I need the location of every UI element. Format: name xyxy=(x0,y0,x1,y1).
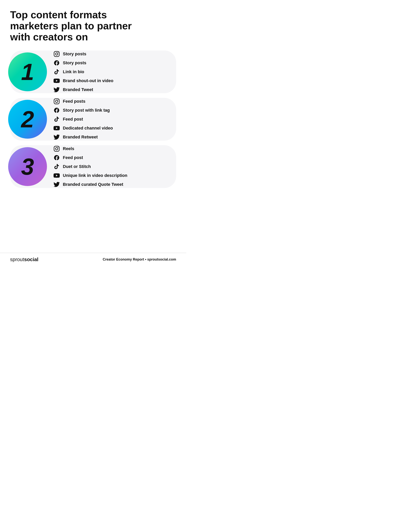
item-label: Link in bio xyxy=(63,69,84,74)
page-title: Top content formats marketers plan to pa… xyxy=(10,9,150,43)
footer-right: Creator Economy Report • sproutsocial.co… xyxy=(103,258,176,261)
logo-bold: social xyxy=(24,257,39,262)
list-item: Duet or Stitch xyxy=(53,163,168,170)
footer: sproutsocial Creator Economy Report • sp… xyxy=(0,253,186,266)
instagram-icon xyxy=(53,98,60,105)
item-label: Dedicated channel video xyxy=(63,126,113,131)
list-item: Feed posts xyxy=(53,98,168,105)
logo-light: sprout xyxy=(10,257,24,262)
list-item: Story posts xyxy=(53,59,168,66)
list-item: Feed post xyxy=(53,116,168,123)
item-label: Feed posts xyxy=(63,99,85,104)
item-label: Story posts xyxy=(63,52,86,56)
svg-point-5 xyxy=(58,100,58,100)
rank-card-2: 2 Feed posts Story post with link tag Fe… xyxy=(10,98,176,141)
list-item: Branded Retweet xyxy=(53,134,168,141)
rank-items-1: Story posts Story posts Link in bio Bran… xyxy=(53,51,168,93)
svg-point-8 xyxy=(58,147,58,148)
rank-card-3: 3 Reels Feed post Duet or Stitch Unique … xyxy=(10,145,176,188)
item-label: Story posts xyxy=(63,60,86,66)
tiktok-icon xyxy=(53,68,60,75)
item-label: Reels xyxy=(63,146,74,151)
main-content: Top content formats marketers plan to pa… xyxy=(0,0,186,253)
facebook-icon xyxy=(53,107,60,114)
svg-rect-6 xyxy=(54,146,59,151)
instagram-icon xyxy=(53,51,60,57)
item-label: Branded Retweet xyxy=(63,135,98,140)
tiktok-icon xyxy=(53,163,60,170)
item-label: Branded curated Quote Tweet xyxy=(63,182,123,187)
list-item: Branded curated Quote Tweet xyxy=(53,181,168,188)
item-label: Brand shout-out in video xyxy=(63,78,113,83)
facebook-icon xyxy=(53,154,60,161)
rank-circle-2: 2 xyxy=(8,100,47,139)
rank-circle-1: 1 xyxy=(8,53,47,91)
twitter-icon xyxy=(53,134,60,141)
item-label: Duet or Stitch xyxy=(63,164,91,169)
item-label: Unique link in video description xyxy=(63,173,127,178)
youtube-icon xyxy=(53,77,60,84)
item-label: Story post with link tag xyxy=(63,108,110,113)
list-item: Story post with link tag xyxy=(53,107,168,114)
svg-point-1 xyxy=(55,53,58,55)
facebook-icon xyxy=(53,59,60,66)
rank-number-2: 2 xyxy=(21,108,34,131)
rank-number-1: 1 xyxy=(21,60,34,83)
item-label: Feed post xyxy=(63,155,83,160)
rank-items-3: Reels Feed post Duet or Stitch Unique li… xyxy=(53,145,168,188)
svg-rect-3 xyxy=(54,99,59,104)
rank-cards: 1 Story posts Story posts Link in bio Br… xyxy=(10,51,176,188)
svg-point-7 xyxy=(55,148,58,150)
list-item: Reels xyxy=(53,145,168,152)
list-item: Story posts xyxy=(53,51,168,57)
rank-circle-3: 3 xyxy=(8,147,47,186)
item-label: Feed post xyxy=(63,117,83,122)
footer-report-label: Creator Economy Report • xyxy=(103,258,147,261)
footer-url: sproutsocial.com xyxy=(147,258,176,261)
list-item: Dedicated channel video xyxy=(53,125,168,132)
list-item: Link in bio xyxy=(53,68,168,75)
rank-card-1: 1 Story posts Story posts Link in bio Br… xyxy=(10,51,176,93)
item-label: Branded Tweet xyxy=(63,87,93,92)
twitter-icon xyxy=(53,181,60,188)
list-item: Brand shout-out in video xyxy=(53,77,168,84)
instagram-icon xyxy=(53,145,60,152)
rank-items-2: Feed posts Story post with link tag Feed… xyxy=(53,98,168,141)
list-item: Branded Tweet xyxy=(53,86,168,93)
youtube-icon xyxy=(53,125,60,132)
rank-number-3: 3 xyxy=(21,155,34,178)
list-item: Feed post xyxy=(53,154,168,161)
youtube-icon xyxy=(53,172,60,179)
svg-point-4 xyxy=(55,100,58,103)
tiktok-icon xyxy=(53,116,60,123)
list-item: Unique link in video description xyxy=(53,172,168,179)
footer-logo: sproutsocial xyxy=(10,257,39,262)
twitter-icon xyxy=(53,86,60,93)
svg-rect-0 xyxy=(54,51,59,56)
svg-point-2 xyxy=(58,52,58,53)
